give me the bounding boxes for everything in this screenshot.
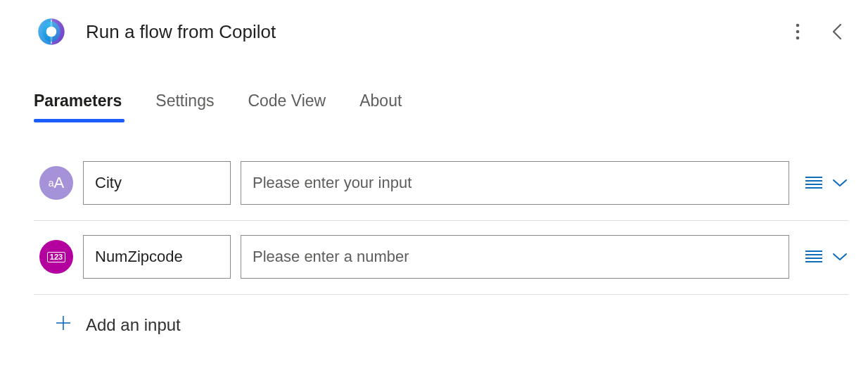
- panel-title: Run a flow from Copilot: [86, 21, 770, 43]
- add-input-button[interactable]: Add an input: [34, 295, 848, 335]
- svg-point-1: [796, 24, 800, 27]
- collapse-panel-button[interactable]: [826, 20, 848, 43]
- row-options-button[interactable]: [831, 252, 848, 262]
- svg-point-2: [796, 30, 800, 34]
- copilot-logo-icon: [34, 14, 69, 49]
- svg-point-3: [796, 37, 800, 40]
- tab-parameters[interactable]: Parameters: [34, 91, 122, 120]
- vertical-ellipsis-icon: [796, 23, 800, 40]
- chevron-left-icon: [831, 22, 843, 42]
- reorder-lines-icon: [805, 176, 823, 190]
- parameter-name-input[interactable]: [83, 235, 231, 279]
- tab-bar: Parameters Settings Code View About: [34, 91, 848, 129]
- parameter-row: 123: [34, 221, 848, 295]
- more-options-button[interactable]: [786, 20, 809, 43]
- parameter-row: aA: [34, 147, 848, 221]
- tab-about[interactable]: About: [359, 91, 402, 120]
- text-type-icon: aA: [39, 166, 73, 200]
- chevron-down-icon: [831, 252, 848, 262]
- row-options-button[interactable]: [831, 178, 848, 188]
- tab-code-view[interactable]: Code View: [248, 91, 326, 120]
- plus-icon: [53, 315, 73, 335]
- add-input-label: Add an input: [86, 315, 181, 335]
- chevron-down-icon: [831, 178, 848, 188]
- parameter-list: aA: [34, 147, 848, 295]
- reorder-lines-icon: [805, 250, 823, 264]
- number-type-icon: 123: [39, 240, 73, 274]
- svg-point-0: [46, 27, 57, 37]
- parameter-value-input[interactable]: [241, 235, 789, 279]
- reorder-button[interactable]: [805, 176, 823, 190]
- reorder-button[interactable]: [805, 250, 823, 264]
- parameter-name-input[interactable]: [83, 161, 231, 205]
- tab-settings[interactable]: Settings: [155, 91, 214, 120]
- parameter-value-input[interactable]: [241, 161, 789, 205]
